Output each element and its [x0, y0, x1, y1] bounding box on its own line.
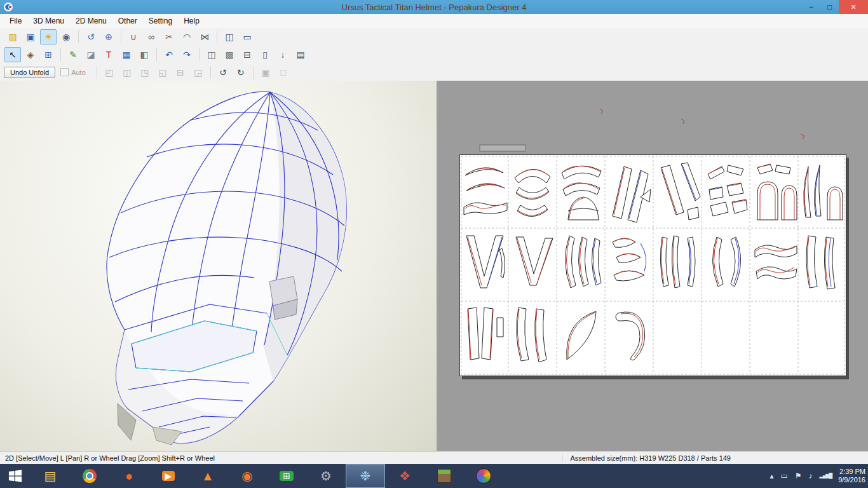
pattern-part[interactable] — [616, 312, 645, 360]
tray-network-icon[interactable]: ▂▄▆█ — [820, 473, 832, 478]
taskbar-pepakura-designer[interactable]: ❉ — [346, 464, 385, 488]
measure-tool-icon[interactable]: ⋈ — [196, 29, 213, 44]
maximize-button[interactable]: □ — [820, 0, 839, 14]
start-button[interactable] — [0, 464, 31, 488]
viewport-2d[interactable] — [438, 81, 868, 451]
titlebar[interactable]: Ursus Tactical Titan Helmet - Pepakura D… — [0, 0, 868, 14]
taskbar-blender[interactable]: ◉ — [227, 464, 267, 488]
menu-3d-menu[interactable]: 3D Menu — [27, 15, 70, 27]
auto-checkbox-box[interactable] — [60, 68, 69, 76]
taskbar-chrome[interactable] — [70, 464, 109, 488]
undo-unfold-button[interactable]: Undo Unfold — [4, 67, 55, 78]
pattern-part[interactable] — [661, 163, 700, 220]
two-pane-view-icon[interactable]: ◫ — [221, 29, 238, 44]
helmet-3d-model[interactable] — [0, 81, 437, 451]
taskbar-firefox[interactable]: ● — [109, 464, 149, 488]
select-move-tool-icon[interactable]: ↖ — [4, 47, 21, 62]
save-file-icon[interactable]: ▣ — [22, 29, 39, 44]
taskbar-pepakura-viewer[interactable]: ❖ — [385, 464, 424, 488]
pattern-part[interactable] — [755, 245, 797, 279]
pattern-part[interactable] — [468, 308, 503, 360]
cut-tool-icon[interactable]: ✂ — [161, 29, 177, 44]
minecraft-icon — [437, 469, 451, 483]
magnet-tool-icon[interactable]: ∪ — [125, 29, 142, 44]
print-icon[interactable]: ▤ — [292, 47, 309, 62]
taskbar-clock[interactable]: 2:39 PM 9/9/2016 — [838, 468, 868, 484]
toolbar-edit-icons: ↖◈⊞✎◪T▦◧↶↷◫▩⊟▯↓▤ — [0, 46, 868, 64]
taskbar-media-player[interactable]: ▶ — [149, 464, 188, 488]
taskbar-apps: ▤●▶▲◉⊞⚙❉❖ — [31, 464, 503, 488]
rotate-part-left-icon[interactable]: ↺ — [215, 65, 231, 80]
app-icon — [3, 2, 13, 12]
pattern-sheet[interactable] — [459, 154, 846, 376]
protractor-tool-icon[interactable]: ◠ — [179, 29, 195, 44]
main-area — [0, 81, 868, 451]
taskbar-minecraft[interactable] — [424, 464, 464, 488]
pattern-part[interactable] — [562, 166, 601, 220]
pattern-part[interactable] — [515, 169, 550, 216]
light-toggle-icon[interactable]: ☀ — [40, 29, 57, 44]
pattern-part[interactable] — [806, 236, 835, 289]
undo-icon[interactable]: ↶ — [161, 47, 177, 62]
spread-view-icon[interactable]: ◫ — [203, 47, 220, 62]
taskbar-windows-store[interactable]: ⊞ — [267, 464, 306, 488]
single-pane-view-icon[interactable]: ▭ — [239, 29, 255, 44]
transform-tool-icon[interactable]: ⊞ — [40, 47, 57, 62]
tray-icons: ▴▭⚑♪▂▄▆█ — [770, 472, 838, 480]
texture-view-icon[interactable]: ▩ — [221, 47, 238, 62]
pencil-tool-icon[interactable]: ✎ — [65, 47, 81, 62]
menu-help[interactable]: Help — [178, 15, 205, 27]
pattern-part[interactable] — [613, 166, 651, 222]
chrome-icon — [83, 469, 97, 483]
tray-volume-icon[interactable]: ♪ — [809, 472, 813, 480]
toolbar-separator — [253, 66, 254, 79]
toolbar-separator — [97, 66, 97, 79]
menu-file[interactable]: File — [4, 15, 27, 27]
pattern-part[interactable] — [712, 237, 740, 287]
close-button[interactable]: × — [839, 0, 868, 14]
pattern-part[interactable] — [517, 308, 546, 362]
menu-other[interactable]: Other — [112, 15, 143, 27]
toolbar-unfold-icons: ◰◫◳◱⊟◲↺↻▣□ — [100, 65, 292, 80]
divide-face-tool-icon[interactable]: ◈ — [22, 47, 39, 62]
table-view-icon[interactable]: ⊟ — [239, 47, 255, 62]
taskbar-paint[interactable] — [464, 464, 503, 488]
open-file-icon[interactable]: ▨ — [4, 29, 21, 44]
pattern-part[interactable] — [565, 236, 601, 288]
taskbar-game-tool[interactable]: ⚙ — [306, 464, 346, 488]
material-tool-icon[interactable]: ◧ — [136, 47, 153, 62]
pattern-part[interactable] — [757, 164, 797, 220]
pattern-part[interactable] — [613, 238, 646, 281]
export-page-icon[interactable]: ↓ — [275, 47, 291, 62]
page-setup-icon[interactable]: ▯ — [257, 47, 273, 62]
tray-expand-icon[interactable]: ▴ — [770, 472, 773, 480]
pattern-part[interactable] — [567, 311, 596, 360]
taskbar-vlc[interactable]: ▲ — [188, 464, 227, 488]
tray-action-center-icon[interactable]: ⚑ — [795, 472, 802, 480]
eraser-tool-icon[interactable]: ◪ — [83, 47, 99, 62]
menu-2d-menu[interactable]: 2D Menu — [70, 15, 112, 27]
pattern-part[interactable] — [466, 236, 505, 288]
pattern-part[interactable] — [804, 165, 843, 220]
rotate-part-right-icon[interactable]: ↻ — [233, 65, 249, 80]
menu-setting[interactable]: Setting — [143, 15, 178, 27]
minimize-button[interactable]: − — [802, 0, 820, 14]
pepakura-viewer-icon: ❖ — [399, 470, 410, 482]
statusbar: 2D [Select/Move] L [Pan] R or Wheel Drag… — [0, 451, 868, 464]
text-tool-icon[interactable]: T — [100, 47, 117, 62]
game-tool-icon: ⚙ — [320, 470, 332, 482]
auto-checkbox[interactable]: Auto — [60, 68, 86, 76]
tray-display-icon[interactable]: ▭ — [780, 472, 787, 480]
image-tool-icon[interactable]: ▦ — [118, 47, 135, 62]
zoom-view-icon[interactable]: ⊕ — [100, 29, 117, 44]
pattern-part[interactable] — [660, 236, 695, 288]
screenshot-camera-icon[interactable]: ◉ — [58, 29, 74, 44]
pattern-part[interactable] — [708, 165, 747, 216]
taskbar-file-explorer[interactable]: ▤ — [31, 464, 70, 488]
pattern-part[interactable] — [516, 237, 553, 285]
rotate-view-icon[interactable]: ↺ — [83, 29, 99, 44]
weld-joint-tool-icon[interactable]: ∞ — [143, 29, 159, 44]
pattern-part[interactable] — [464, 168, 507, 215]
viewport-3d[interactable] — [0, 81, 437, 451]
redo-icon[interactable]: ↷ — [179, 47, 195, 62]
